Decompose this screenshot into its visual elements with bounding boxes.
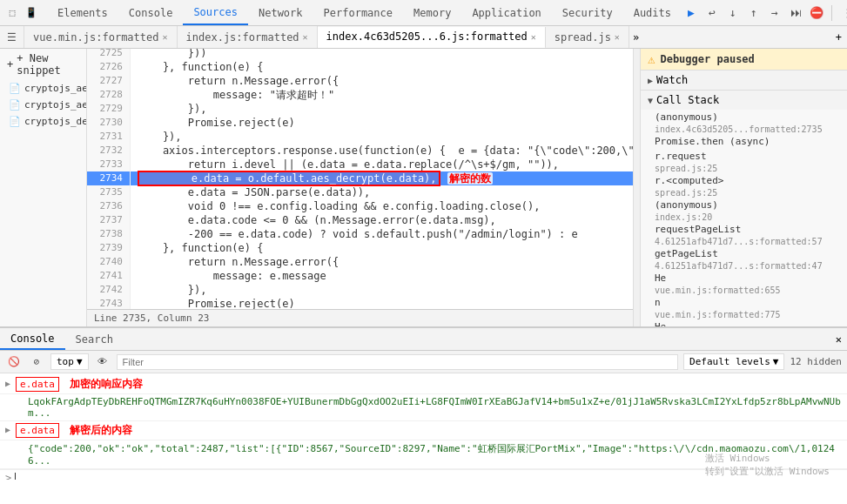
nav-network[interactable]: Network xyxy=(248,0,313,25)
nav-console[interactable]: Console xyxy=(118,0,184,25)
call-stack-item-3[interactable]: r.<computed>spread.js:25 xyxy=(641,173,847,198)
code-line-2742[interactable]: 2742 }), xyxy=(87,283,633,297)
more-tabs-icon[interactable]: » xyxy=(629,31,642,44)
step-over-icon[interactable]: ↩ xyxy=(702,3,722,23)
console-filter-input[interactable] xyxy=(117,354,679,370)
call-stack-item-1[interactable]: Promise.then (async) xyxy=(641,134,847,149)
source-tab-4c63-close[interactable]: ✕ xyxy=(531,32,536,42)
cs-loc-3: spread.js:25 xyxy=(641,188,847,198)
code-line-2729[interactable]: 2729 }), xyxy=(87,102,633,116)
watermark-line1: 激活 Windows xyxy=(705,452,830,465)
default-levels-label: Default levels xyxy=(689,356,770,367)
call-stack-item-8[interactable]: nvue.min.js:formatted:775 xyxy=(641,295,847,319)
code-line-2733[interactable]: 2733 return i.devel || (e.data = e.data.… xyxy=(87,158,633,171)
code-line-2738[interactable]: 2738 -200 == e.data.code) ? void s.defau… xyxy=(87,227,633,241)
code-line-2741[interactable]: 2741 message: e.message xyxy=(87,269,633,283)
source-tab-vue-close[interactable]: ✕ xyxy=(163,32,168,42)
resume-icon[interactable]: ▶ xyxy=(682,3,701,23)
call-stack-item-6[interactable]: getPageList4.61251afb471d7...s:formatted… xyxy=(641,246,847,271)
call-stack-item-5[interactable]: requestPageList4.61251afb471d7...s:forma… xyxy=(641,222,847,246)
call-stack-item-7[interactable]: Hevue.min.js:formatted:655 xyxy=(641,271,847,295)
new-snippet-btn[interactable]: + + New snippet xyxy=(0,49,86,80)
step-icon[interactable]: → xyxy=(765,3,784,23)
code-line-2728[interactable]: 2728 message: "请求超时！" xyxy=(87,88,633,102)
code-line-2726[interactable]: 2726 }, function(e) { xyxy=(87,60,633,74)
code-line-2740[interactable]: 2740 return n.Message.error({ xyxy=(87,255,633,269)
pause-warning-icon: ⚠ xyxy=(648,52,655,66)
call-stack-item-2[interactable]: r.requestspread.js:25 xyxy=(641,149,847,173)
bottom-line-status: Line 2735, Column 23 xyxy=(87,309,633,326)
source-tab-vue[interactable]: vue.min.js:formatted ✕ xyxy=(24,26,178,48)
sidebar-toggle[interactable]: ☰ xyxy=(0,26,24,48)
line-num-2725: 2725 xyxy=(87,49,131,60)
deactivate-bp-icon[interactable]: ⏭ xyxy=(786,3,805,23)
code-container[interactable]: 2724 background: "rgba(0, 0, 0)"2725 }))… xyxy=(87,49,633,309)
console-filter-icon[interactable]: ⊘ xyxy=(28,353,45,371)
default-levels-dropdown[interactable]: Default levels ▼ xyxy=(683,353,784,370)
nav-sources[interactable]: Sources xyxy=(183,0,248,25)
nav-memory[interactable]: Memory xyxy=(403,0,461,25)
entry1-label[interactable]: e.data xyxy=(16,377,59,392)
line-content-2727: return n.Message.error({ xyxy=(131,74,633,88)
code-line-2732[interactable]: 2732 axios.interceptors.response.use(fun… xyxy=(87,144,633,158)
source-tab-spread[interactable]: spread.js ✕ xyxy=(546,26,629,48)
nav-security[interactable]: Security xyxy=(552,0,623,25)
cs-name-2: r.request xyxy=(641,149,847,164)
code-line-2727[interactable]: 2727 return n.Message.error({ xyxy=(87,74,633,88)
step-out-icon[interactable]: ↑ xyxy=(744,3,763,23)
call-stack-header[interactable]: ▼ Call Stack xyxy=(641,91,847,110)
right-panel: ⚠ Debugger paused ▶ Watch ▼ Call Stack (… xyxy=(640,49,847,326)
input-prompt: > xyxy=(5,472,11,480)
call-stack-item-0[interactable]: (anonymous)index.4c63d5205...formatted:2… xyxy=(641,110,847,134)
source-tab-index-close[interactable]: ✕ xyxy=(303,32,308,42)
console-eye-icon[interactable]: 👁 xyxy=(94,353,111,371)
console-top-dropdown[interactable]: top ▼ xyxy=(50,353,89,370)
source-scrollbar[interactable] xyxy=(633,49,640,326)
call-stack-item-9[interactable]: Hevue.min.js:formatted:655 xyxy=(641,319,847,326)
search-tab[interactable]: Search xyxy=(65,328,124,350)
close-console-icon[interactable]: ✕ xyxy=(830,333,847,346)
line-content-2730: Promise.reject(e) xyxy=(131,116,633,130)
code-line-2725[interactable]: 2725 })) xyxy=(87,49,633,60)
code-line-2734[interactable]: 2734 e.data = o.default.aes_decrypt(e.da… xyxy=(87,171,633,185)
pause-exceptions-icon[interactable]: ⛔ xyxy=(807,3,826,23)
cs-loc-0: index.4c63d5205...formatted:2735 xyxy=(641,124,847,134)
code-line-2737[interactable]: 2737 e.data.code <= 0 && (n.Message.erro… xyxy=(87,213,633,227)
nav-elements[interactable]: Elements xyxy=(47,0,118,25)
more-tools-icon[interactable]: ⋮ xyxy=(837,3,847,23)
new-tab-icon[interactable]: + xyxy=(830,31,847,44)
inspect-icon[interactable]: ⬚ xyxy=(3,4,21,22)
code-line-2736[interactable]: 2736 void 0 !== e.config.loading && e.co… xyxy=(87,199,633,213)
entry2-expand-icon[interactable]: ▶ xyxy=(5,425,10,434)
device-icon[interactable]: 📱 xyxy=(23,4,40,22)
call-stack-item-4[interactable]: (anonymous)index.js:20 xyxy=(641,198,847,222)
console-entry-1: ▶ e.data 加密的响应内容 xyxy=(0,375,847,394)
line-content-2731: }), xyxy=(131,130,633,144)
source-area: 2724 background: "rgba(0, 0, 0)"2725 }))… xyxy=(87,49,633,326)
nav-audits[interactable]: Audits xyxy=(623,0,682,25)
source-tab-4c63[interactable]: index.4c63d5205...6.js:formatted ✕ xyxy=(318,27,546,49)
entry2-label[interactable]: e.data xyxy=(16,423,59,438)
clear-console-icon[interactable]: 🚫 xyxy=(5,353,23,371)
cs-name-9: He xyxy=(641,319,847,326)
entry1-expand-icon[interactable]: ▶ xyxy=(5,379,10,388)
code-line-2731[interactable]: 2731 }), xyxy=(87,130,633,144)
code-line-2743[interactable]: 2743 Promise.reject(e) xyxy=(87,297,633,309)
redbox-content-2734: e.data = o.default.aes_decrypt(e.data), xyxy=(138,171,440,186)
nav-performance[interactable]: Performance xyxy=(313,0,403,25)
sidebar-file-3[interactable]: 📄 cryptojs_des xyxy=(0,113,86,130)
step-into-icon[interactable]: ↓ xyxy=(723,3,743,23)
line-content-2740: return n.Message.error({ xyxy=(131,255,633,269)
watch-header[interactable]: ▶ Watch xyxy=(641,71,847,90)
source-tab-index[interactable]: index.js:formatted ✕ xyxy=(178,26,318,48)
code-line-2735[interactable]: 2735 e.data = JSON.parse(e.data)), xyxy=(87,185,633,199)
source-tab-spread-close[interactable]: ✕ xyxy=(615,32,620,42)
sidebar-file-2[interactable]: 📄 cryptojs_aes xyxy=(0,97,86,113)
code-line-2730[interactable]: 2730 Promise.reject(e) xyxy=(87,116,633,130)
line-content-2729: }), xyxy=(131,102,633,116)
sidebar-file-1[interactable]: 📄 cryptojs_aes xyxy=(0,80,86,97)
code-line-2739[interactable]: 2739 }, function(e) { xyxy=(87,241,633,255)
console-tab[interactable]: Console xyxy=(0,328,65,350)
entry1-annotation: 加密的响应内容 xyxy=(70,377,143,392)
nav-application[interactable]: Application xyxy=(461,0,551,25)
